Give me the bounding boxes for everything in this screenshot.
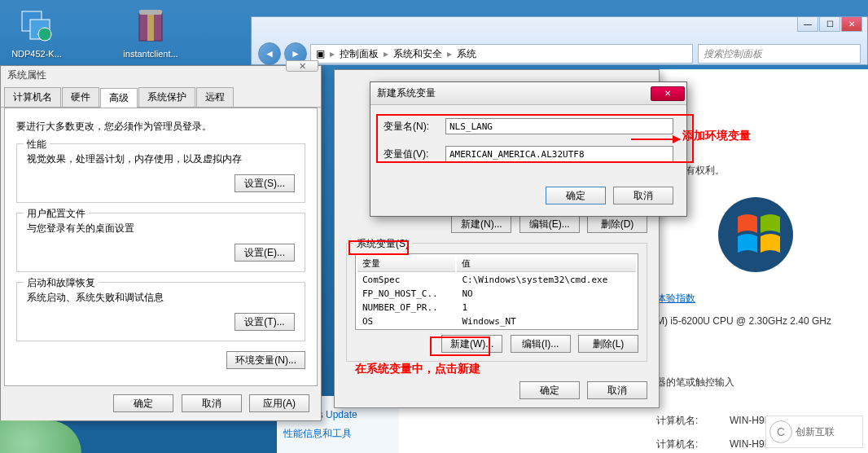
svg-point-6 [718, 197, 793, 272]
system-vars-table[interactable]: 变量值 ComSpecC:\Windows\system32\cmd.exe F… [355, 253, 638, 330]
tab-advanced[interactable]: 高级 [100, 88, 138, 108]
desktop-icon-label: NDP452-K... [8, 49, 65, 59]
dialog-close-icon[interactable]: ✕ [286, 60, 318, 72]
tab-hardware[interactable]: 硬件 [62, 87, 99, 107]
new-system-variable-dialog: 新建系统变量 ✕ 变量名(N): 变量值(V): 确定 取消 [370, 81, 687, 217]
ok-button[interactable]: 确定 [519, 381, 580, 399]
cpu-info: M) i5-6200U CPU @ 2.30GHz 2.40 GHz [656, 315, 855, 327]
breadcrumb-item[interactable]: 系统 [457, 47, 476, 61]
section-startup-recovery: 启动和故障恢复 系统启动、系统失败和调试信息 设置(T)... [16, 282, 305, 341]
minimize-button[interactable]: — [797, 17, 818, 32]
table-row: FP_NO_HOST_C..NO [357, 288, 636, 300]
task-link-performance[interactable]: 性能信息和工具 [283, 427, 392, 441]
apply-button[interactable]: 应用(A) [249, 394, 309, 412]
back-button[interactable]: ◄ [258, 42, 281, 65]
desktop-icon-ndp[interactable]: NDP452-K... [8, 7, 65, 59]
dialog-title: 系统属性 [1, 66, 321, 84]
tab-strip: 计算机名 硬件 高级 系统保护 远程 [1, 84, 321, 108]
cancel-button[interactable]: 取消 [182, 394, 242, 412]
start-orb-glow [0, 420, 81, 453]
table-row: NUMBER_OF_PR..1 [357, 301, 636, 314]
search-input[interactable]: 搜索控制面板 [698, 44, 861, 64]
var-name-label: 变量名(N): [384, 120, 445, 134]
cancel-button[interactable]: 取消 [587, 381, 647, 399]
windows-logo-icon [715, 194, 796, 275]
close-button[interactable]: ✕ [841, 17, 862, 32]
explorer-window: — ☐ ✕ ◄ ► ▣ ▸ 控制面板 ▸ 系统和安全 ▸ 系统 搜索控制面板 [251, 16, 868, 65]
settings-button-perf[interactable]: 设置(S)... [235, 174, 295, 192]
breadcrumb[interactable]: ▣ ▸ 控制面板 ▸ 系统和安全 ▸ 系统 [310, 44, 693, 64]
new-sys-var-button[interactable]: 新建(W)... [441, 335, 502, 353]
tab-computer-name[interactable]: 计算机名 [4, 87, 61, 107]
watermark-logo-icon: C [769, 420, 792, 443]
edit-user-var-button[interactable]: 编辑(E)... [519, 215, 580, 233]
var-value-input[interactable] [445, 146, 673, 162]
edit-sys-var-button[interactable]: 编辑(I)... [511, 335, 571, 353]
archive-icon [131, 7, 170, 46]
ok-button[interactable]: 确定 [546, 187, 606, 205]
var-value-label: 变量值(V): [384, 147, 445, 161]
section-performance: 性能 视觉效果，处理器计划，内存使用，以及虚拟内存 设置(S)... [16, 143, 305, 203]
breadcrumb-icon: ▣ [316, 48, 325, 59]
installer-icon [17, 7, 56, 46]
desktop-icon-instantclient[interactable]: instantclient... [122, 7, 179, 59]
new-user-var-button[interactable]: 新建(N)... [451, 215, 511, 233]
watermark: C 创新互联 [765, 416, 863, 448]
delete-sys-var-button[interactable]: 删除(L) [578, 335, 638, 353]
tab-remote[interactable]: 远程 [196, 87, 234, 107]
desktop-icon-label: instantclient... [122, 49, 179, 59]
section-user-profile: 用户配置文件 与您登录有关的桌面设置 设置(E)... [16, 213, 305, 272]
var-name-input[interactable] [445, 118, 673, 134]
table-row: OSWindows_NT [357, 315, 636, 328]
cancel-button[interactable]: 取消 [613, 187, 673, 205]
env-vars-button[interactable]: 环境变量(N)... [226, 351, 305, 369]
maximize-button[interactable]: ☐ [819, 17, 840, 32]
svg-rect-5 [139, 10, 162, 15]
delete-user-var-button[interactable]: 删除(D) [587, 215, 647, 233]
system-vars-legend: 系统变量(S) [353, 237, 412, 251]
settings-button-profile[interactable]: 设置(E)... [235, 244, 295, 262]
breadcrumb-item[interactable]: 控制面板 [340, 47, 379, 61]
perf-index-link[interactable]: 体验指数 [656, 292, 695, 304]
close-button[interactable]: ✕ [651, 86, 685, 101]
ok-button[interactable]: 确定 [113, 394, 173, 412]
breadcrumb-item[interactable]: 系统和安全 [393, 47, 442, 61]
dialog-title: 新建系统变量 [377, 86, 436, 100]
table-row: ComSpecC:\Windows\system32\cmd.exe [357, 274, 636, 286]
system-vars-group: 系统变量(S) 变量值 ComSpecC:\Windows\system32\c… [346, 243, 647, 362]
system-properties-dialog: ✕ 系统属性 计算机名 硬件 高级 系统保护 远程 要进行大多数更改，您必须作为… [0, 65, 322, 421]
pen-touch-info: 器的笔或触控输入 [656, 376, 855, 389]
svg-point-2 [38, 28, 51, 41]
tab-system-protection[interactable]: 系统保护 [138, 87, 195, 107]
svg-rect-4 [147, 13, 154, 41]
admin-hint: 要进行大多数更改，您必须作为管理员登录。 [16, 120, 305, 134]
settings-button-startup[interactable]: 设置(T)... [235, 313, 295, 331]
